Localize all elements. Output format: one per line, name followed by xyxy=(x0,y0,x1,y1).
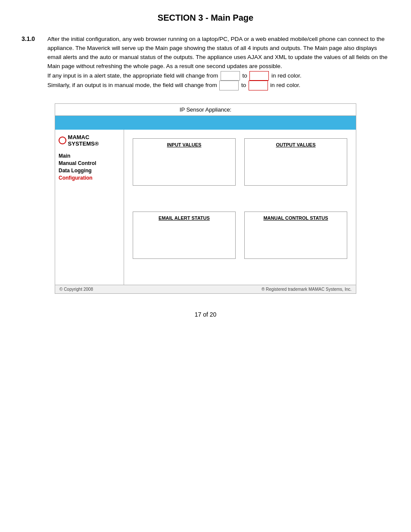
page-number: 17 of 20 xyxy=(22,311,389,318)
panel-manual-control: MANUAL CONTROL STATUS xyxy=(244,212,347,259)
section-number: 3.1.0 xyxy=(22,35,47,90)
panel-input-values: INPUT VALUES xyxy=(133,138,236,186)
panel-email-alert: EMAIL ALERT STATUS xyxy=(133,212,236,259)
sidebar-item-manual[interactable]: Manual Control xyxy=(59,160,120,166)
section-text: After the initial configuration, any web… xyxy=(47,35,389,90)
sidebar-item-main[interactable]: Main xyxy=(59,153,120,159)
browser-footer: © Copyright 2008 ® Registered trademark … xyxy=(55,285,356,293)
sidebar-item-config[interactable]: Configuration xyxy=(59,175,120,181)
section-text-part1: After the initial configuration, any web… xyxy=(47,36,388,69)
browser-title: IP Sensor Appliance: xyxy=(180,106,231,113)
inline-box-red-2 xyxy=(249,81,268,90)
section-text-part3: in red color. xyxy=(271,72,302,79)
browser-title-bar: IP Sensor Appliance: xyxy=(55,104,356,116)
mamac-logo-icon xyxy=(59,137,66,144)
sidebar: MAMAC SYSTEMS® Main Manual Control Data … xyxy=(55,130,124,285)
panel-manual-control-label: MANUAL CONTROL STATUS xyxy=(263,215,328,221)
footer-copyright: © Copyright 2008 xyxy=(59,287,93,292)
page-title: SECTION 3 - Main Page xyxy=(22,13,389,23)
browser-frame: IP Sensor Appliance: MAMAC SYSTEMS® Main… xyxy=(55,103,356,294)
section-text-to1: to xyxy=(242,72,247,79)
section-310: 3.1.0 After the initial configuration, a… xyxy=(22,35,389,90)
main-content: INPUT VALUES OUTPUT VALUES EMAIL ALERT S… xyxy=(124,130,356,285)
panel-output-values-label: OUTPUT VALUES xyxy=(276,142,315,147)
inline-box-red-1 xyxy=(249,71,269,81)
browser-blue-bar xyxy=(55,116,356,130)
sidebar-nav: Main Manual Control Data Logging Configu… xyxy=(59,153,120,181)
section-text-part4: Similarly, if an output is in manual mod… xyxy=(47,82,217,88)
section-text-to2: to xyxy=(241,82,246,88)
panel-email-alert-label: EMAIL ALERT STATUS xyxy=(159,215,210,221)
sidebar-logo: MAMAC SYSTEMS® xyxy=(59,134,120,147)
panel-input-values-label: INPUT VALUES xyxy=(167,142,202,147)
footer-trademark: ® Registered trademark MAMAC Systems, In… xyxy=(262,287,352,292)
browser-body: MAMAC SYSTEMS® Main Manual Control Data … xyxy=(55,130,356,285)
section-text-part2: If any input is in a alert state, the ap… xyxy=(47,72,218,79)
inline-box-normal xyxy=(221,71,240,81)
inline-box-normal-2 xyxy=(219,81,239,90)
sidebar-logo-text: MAMAC SYSTEMS® xyxy=(68,134,120,147)
panel-output-values: OUTPUT VALUES xyxy=(244,138,347,186)
mockup-wrapper: IP Sensor Appliance: MAMAC SYSTEMS® Main… xyxy=(22,103,389,294)
section-text-part5: in red color. xyxy=(270,82,300,88)
sidebar-item-datalog[interactable]: Data Logging xyxy=(59,168,120,174)
